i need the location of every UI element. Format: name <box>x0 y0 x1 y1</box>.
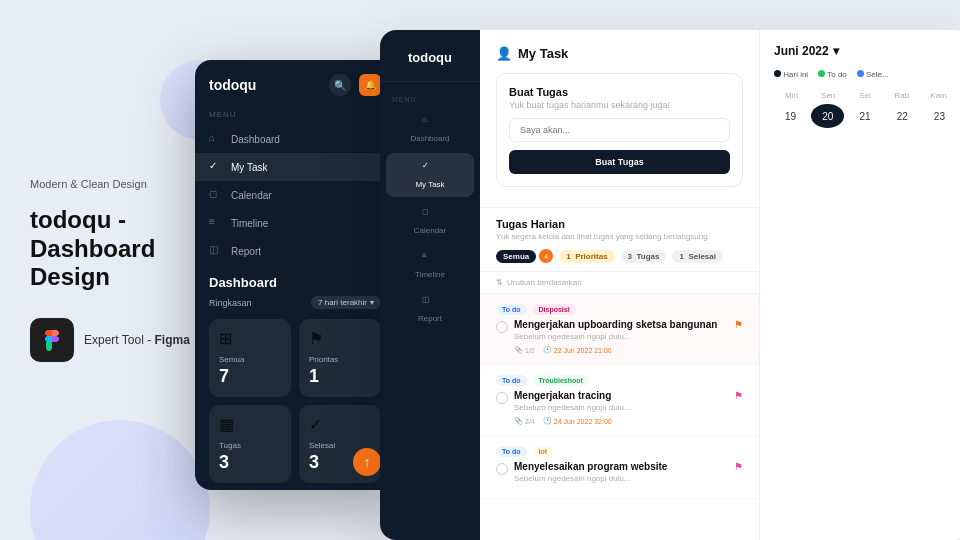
task-title: Menyelesaikan program website <box>514 461 728 472</box>
sidebar-item-dashboard[interactable]: ⌂ Dashboard <box>380 107 480 151</box>
create-task-title: Buat Tugas <box>509 86 730 98</box>
calendar-icon: ◻ <box>209 188 223 202</box>
badge-todo: To do <box>496 304 527 315</box>
filter-task[interactable]: 3 Tugas <box>621 250 667 263</box>
dash-filter-label: Ringkasan <box>209 298 252 308</box>
calendar-icon: ◻ <box>422 207 438 223</box>
sidebar-item-report[interactable]: ◫ Report <box>380 287 480 331</box>
filter-all-count: 4 <box>539 249 553 263</box>
task-sort-row[interactable]: ⇅ Urutkan berdasarkan <box>480 272 759 294</box>
cal-day-20[interactable]: 20 <box>811 104 844 128</box>
dash-nav-report[interactable]: ◫ Report <box>195 237 395 265</box>
main-sidebar-logo: todoqu <box>380 50 480 82</box>
task-sub: Sebelum ngedesain ngopi dulu... <box>514 403 728 412</box>
cal-grid: 19 20 21 22 23 <box>774 104 956 128</box>
dash-header: todoqu 🔍 🔔 <box>195 60 395 106</box>
daily-tasks-sub: Yuk segera kelola dan lihat tugas yang s… <box>496 232 743 241</box>
main-card: todoqu MENU ⌂ Dashboard ✓ My Task ◻ Cale… <box>380 30 960 540</box>
home-icon: ⌂ <box>422 115 438 131</box>
dash-content-title: Dashboard <box>209 275 381 290</box>
grid-icon: ⊞ <box>219 329 239 349</box>
task-panel-header: 👤 My Task Buat Tugas Yuk buat tugas hari… <box>480 30 759 208</box>
cal-day-22[interactable]: 22 <box>886 104 919 128</box>
create-task-button[interactable]: Buat Tugas <box>509 150 730 174</box>
badge-disposisi: Disposisi <box>533 304 576 315</box>
dash-filter-row: Ringkasan 7 hari terakhir ▾ <box>209 296 381 309</box>
task-sub: Sebelum ngedesain ngopi dulu... <box>514 332 728 341</box>
daily-tasks-title: Tugas Harian <box>496 218 743 230</box>
sidebar-menu-label: MENU <box>380 90 480 107</box>
task-icon: ✓ <box>209 160 223 174</box>
dash-menu-label: MENU <box>195 106 395 125</box>
chart-icon: ▦ <box>219 415 239 435</box>
task-item: To do Disposisi Mengerjakan upboarding s… <box>480 294 759 365</box>
dash-nav-mytask[interactable]: ✓ My Task <box>195 153 395 181</box>
fab-upload[interactable]: ↑ <box>353 448 381 476</box>
tool-section: Expert Tool - Figma <box>30 318 190 362</box>
chevron-down-icon[interactable]: ▾ <box>833 44 839 58</box>
cal-day-name: Sel <box>848 91 883 100</box>
dash-nav-timeline[interactable]: ≡ Timeline <box>195 209 395 237</box>
sidebar-item-mytask[interactable]: ✓ My Task <box>386 153 474 197</box>
report-icon: ◫ <box>422 295 438 311</box>
task-list: To do Disposisi Mengerjakan upboarding s… <box>480 294 759 540</box>
task-date: 🕐 24 Jun 2022 32:00 <box>543 417 612 425</box>
report-icon: ◫ <box>209 244 223 258</box>
timeline-icon: ≡ <box>209 216 223 230</box>
task-flag: ⚑ <box>734 390 743 401</box>
cal-legend: Hari ini To do Sele... <box>774 70 956 79</box>
task-checkbox[interactable] <box>496 321 508 333</box>
cal-header: Juni 2022 ▾ <box>774 44 956 58</box>
filter-priority[interactable]: 1 Prioritas <box>559 250 614 263</box>
notification-icon[interactable]: 🔔 <box>359 74 381 96</box>
task-row: Mengerjakan upboarding sketsa bangunan S… <box>496 319 743 354</box>
task-row: Mengerjakan tracing Sebelum ngedesain ng… <box>496 390 743 425</box>
main-sidebar: todoqu MENU ⌂ Dashboard ✓ My Task ◻ Cale… <box>380 30 480 540</box>
cal-day-19[interactable]: 19 <box>774 104 807 128</box>
task-sub: Sebelum ngedesain ngopi dulu... <box>514 474 728 483</box>
task-row: Menyelesaikan program website Sebelum ng… <box>496 461 743 488</box>
calendar-panel: Juni 2022 ▾ Hari ini To do Sele... Min S… <box>760 30 960 540</box>
cal-day-name: Rab <box>884 91 919 100</box>
badge-todo: To do <box>496 446 527 457</box>
task-date: 🕐 22 Jun 2022 21:00 <box>543 346 612 354</box>
check-icon: ✓ <box>309 415 329 435</box>
home-icon: ⌂ <box>209 132 223 146</box>
task-title: Mengerjakan upboarding sketsa bangunan <box>514 319 728 330</box>
task-checkbox[interactable] <box>496 392 508 404</box>
left-panel: Modern & Clean Design todoqu - Dashboard… <box>0 0 220 540</box>
task-checkbox[interactable] <box>496 463 508 475</box>
dash-logo: todoqu <box>209 77 256 93</box>
task-badges: To do Disposisi <box>496 304 743 315</box>
cal-month: Juni 2022 ▾ <box>774 44 839 58</box>
dash-nav-calendar[interactable]: ◻ Calendar <box>195 181 395 209</box>
task-title: Mengerjakan tracing <box>514 390 728 401</box>
main-title: todoqu - Dashboard Design <box>30 206 190 292</box>
sidebar-item-calendar[interactable]: ◻ Calendar <box>380 199 480 243</box>
tag-label: Modern & Clean Design <box>30 178 190 190</box>
dash-filter-btn[interactable]: 7 hari terakhir ▾ <box>311 296 381 309</box>
timeline-icon: ≡ <box>422 251 438 267</box>
cal-day-21[interactable]: 21 <box>848 104 881 128</box>
task-check-icon: ✓ <box>422 161 438 177</box>
sidebar-item-timeline[interactable]: ≡ Timeline <box>380 243 480 287</box>
search-icon[interactable]: 🔍 <box>329 74 351 96</box>
task-item: To do Iot Menyelesaikan program website … <box>480 436 759 499</box>
filter-done[interactable]: 1 Selesai <box>672 250 722 263</box>
create-task-box: Buat Tugas Yuk buat tugas harianmu sekar… <box>496 73 743 187</box>
flag-icon: ⚑ <box>309 329 329 349</box>
tool-label: Expert Tool - Figma <box>84 333 190 347</box>
main-content: 👤 My Task Buat Tugas Yuk buat tugas hari… <box>480 30 960 540</box>
task-panel: 👤 My Task Buat Tugas Yuk buat tugas hari… <box>480 30 760 540</box>
filter-all[interactable]: Semua <box>496 250 536 263</box>
create-task-input[interactable] <box>509 118 730 142</box>
dash-header-right: 🔍 🔔 <box>329 74 381 96</box>
stat-priority: ⚑ Prioritas 1 <box>299 319 381 397</box>
cal-day-name: Min <box>774 91 809 100</box>
cal-day-23[interactable]: 23 <box>923 104 956 128</box>
task-attach: 📎 1/2 <box>514 346 535 354</box>
dash-nav-dashboard[interactable]: ⌂ Dashboard <box>195 125 395 153</box>
task-panel-title: 👤 My Task <box>496 46 743 61</box>
task-panel-title-icon: 👤 <box>496 46 512 61</box>
task-badges: To do Iot <box>496 446 743 457</box>
